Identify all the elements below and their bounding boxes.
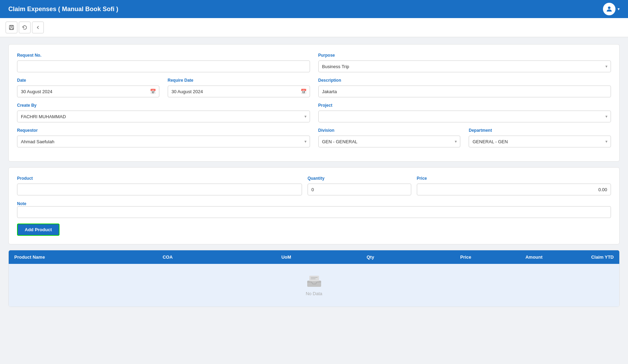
department-select[interactable]: GENERAL - GEN (469, 136, 611, 147)
no-data-icon (306, 274, 323, 288)
description-label: Description (318, 78, 611, 83)
table-body: No Data (9, 264, 619, 307)
price-label: Price (417, 176, 611, 181)
project-label: Project (318, 103, 611, 108)
requestor-label: Requestor (17, 128, 310, 133)
product-table: Product Name COA UoM Qty Price Amount Cl… (8, 250, 620, 307)
request-no-input[interactable] (17, 60, 310, 72)
main-content: Request No. Date 📅 Require Date (0, 37, 628, 319)
create-by-label: Create By (17, 103, 310, 108)
project-select-wrapper (318, 111, 611, 122)
toolbar (0, 18, 628, 37)
division-field: Division GEN - GENERAL (318, 128, 461, 147)
div-dept-row: Division GEN - GENERAL Department GENERA… (318, 128, 611, 147)
create-by-select-wrapper: FACHRI MUHAMMAD (17, 111, 310, 122)
purpose-select[interactable]: Business Trip (318, 60, 611, 72)
product-input[interactable] (17, 184, 302, 195)
form-card: Request No. Date 📅 Require Date (8, 44, 620, 162)
add-product-button[interactable]: Add Product (17, 224, 59, 236)
require-date-input[interactable] (168, 86, 310, 97)
svg-rect-5 (307, 281, 321, 287)
project-select[interactable] (318, 111, 611, 122)
division-select-wrapper: GEN - GENERAL (318, 136, 461, 147)
page-title: Claim Expenses ( Manual Book Sofi ) (8, 6, 118, 13)
request-no-field: Request No. (17, 53, 310, 72)
col-amount: Amount (471, 254, 543, 260)
purpose-field: Purpose Business Trip (318, 53, 611, 72)
requestor-field: Requestor Ahmad Saefulah (17, 128, 310, 147)
date-field: Date 📅 (17, 78, 159, 97)
project-row: Project (318, 103, 611, 122)
date-input[interactable] (17, 86, 159, 97)
department-select-wrapper: GENERAL - GEN (469, 136, 611, 147)
quantity-label: Quantity (308, 176, 411, 181)
request-no-label: Request No. (17, 53, 310, 58)
purpose-label: Purpose (318, 53, 611, 58)
product-field: Product (17, 176, 302, 195)
require-date-wrapper: 📅 (168, 86, 310, 97)
date-label: Date (17, 78, 159, 83)
svg-rect-3 (10, 28, 13, 30)
create-by-row: Create By FACHRI MUHAMMAD (17, 103, 310, 122)
table-header: Product Name COA UoM Qty Price Amount Cl… (9, 250, 619, 264)
require-date-label: Require Date (168, 78, 310, 83)
refresh-button[interactable] (19, 22, 31, 33)
svg-rect-2 (10, 25, 12, 27)
col-coa: COA (162, 254, 281, 260)
division-label: Division (318, 128, 461, 133)
header-right: ▾ (603, 3, 620, 15)
avatar[interactable] (603, 3, 615, 15)
col-claim-ytd: Claim YTD (542, 254, 614, 260)
project-field: Project (318, 103, 611, 122)
col-price: Price (400, 254, 471, 260)
requestor-row: Requestor Ahmad Saefulah (17, 128, 310, 147)
col-qty: Qty (341, 254, 400, 260)
col-uom: UoM (281, 254, 341, 260)
svg-rect-7 (311, 277, 318, 278)
date-wrapper: 📅 (17, 86, 159, 97)
description-field: Description (318, 78, 611, 97)
department-field: Department GENERAL - GEN (469, 128, 611, 147)
price-input[interactable] (417, 184, 611, 195)
product-label: Product (17, 176, 302, 181)
department-label: Department (469, 128, 611, 133)
requestor-select-wrapper: Ahmad Saefulah (17, 136, 310, 147)
svg-rect-8 (311, 278, 316, 279)
back-button[interactable] (32, 22, 44, 33)
no-data-text: No Data (306, 291, 323, 296)
right-panel: Purpose Business Trip Description (318, 53, 611, 153)
product-card: Product Quantity Price Note Add Product (8, 167, 620, 244)
require-date-field: Require Date 📅 (168, 78, 310, 97)
svg-point-0 (608, 7, 610, 9)
description-input[interactable] (318, 86, 611, 97)
note-label: Note (17, 201, 26, 206)
create-by-select[interactable]: FACHRI MUHAMMAD (17, 111, 310, 122)
form-panels: Request No. Date 📅 Require Date (17, 53, 611, 153)
quantity-field: Quantity (308, 176, 411, 195)
left-panel: Request No. Date 📅 Require Date (17, 53, 310, 153)
request-no-row: Request No. (17, 53, 310, 72)
note-input[interactable] (17, 206, 611, 218)
note-row: Note (17, 201, 611, 218)
app-header: Claim Expenses ( Manual Book Sofi ) ▾ (0, 0, 628, 18)
purpose-select-wrapper: Business Trip (318, 60, 611, 72)
product-row: Product Quantity Price (17, 176, 611, 195)
date-row: Date 📅 Require Date 📅 (17, 78, 310, 97)
save-button[interactable] (6, 22, 17, 33)
avatar-dropdown-arrow[interactable]: ▾ (618, 7, 620, 11)
division-select[interactable]: GEN - GENERAL (318, 136, 461, 147)
description-row: Description (318, 78, 611, 97)
purpose-row: Purpose Business Trip (318, 53, 611, 72)
col-product-name: Product Name (14, 254, 162, 260)
requestor-select[interactable]: Ahmad Saefulah (17, 136, 310, 147)
price-field: Price (417, 176, 611, 195)
quantity-input[interactable] (308, 184, 411, 195)
create-by-field: Create By FACHRI MUHAMMAD (17, 103, 310, 122)
